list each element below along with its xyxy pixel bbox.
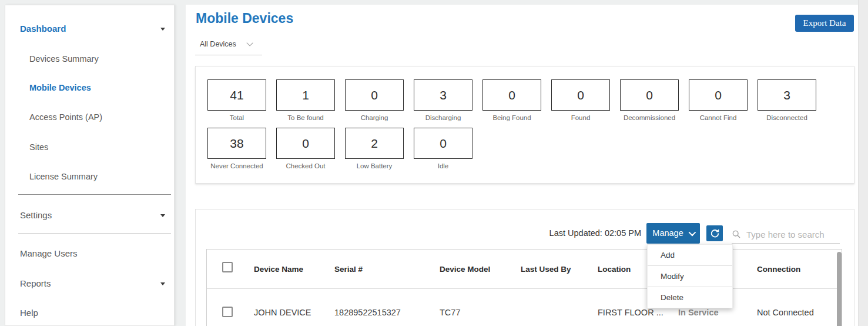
menu-item-modify[interactable]: Modify [648, 265, 732, 287]
stat-value: 0 [482, 79, 541, 111]
cell-device-model: TC77 [440, 308, 460, 317]
manage-dropdown-menu: Add Modify Delete [647, 244, 733, 308]
sidebar-item-help[interactable]: Help [5, 305, 174, 321]
sidebar-item-access-points[interactable]: Access Points (AP) [5, 109, 174, 125]
stat-value: 3 [758, 79, 816, 111]
sidebar-item-label: Sites [29, 142, 48, 152]
stat-value: 0 [414, 128, 472, 159]
stat-value: 1 [276, 79, 335, 111]
last-updated-text: Last Updated: 02:05 PM [549, 228, 641, 238]
sidebar-item-label: Mobile Devices [29, 83, 91, 92]
stat-value: 38 [207, 128, 266, 159]
sidebar-divider [18, 194, 171, 195]
table-scrollbar[interactable] [837, 252, 842, 326]
devices-table-panel: Last Updated: 02:05 PM Manage [195, 209, 854, 326]
stat-card-charging: 0 Charging [345, 79, 404, 121]
stat-value: 0 [551, 79, 610, 111]
cell-serial: 18289522515327 [334, 308, 401, 317]
sidebar-item-license-summary[interactable]: License Summary [5, 169, 174, 184]
stat-card-checked-out: 0 Checked Out [276, 128, 335, 169]
device-stats-panel: 41 Total 1 To Be found 0 Charging 3 Disc… [195, 66, 854, 184]
menu-item-delete[interactable]: Delete [648, 287, 732, 308]
caret-down-icon [160, 214, 165, 217]
stat-label: Being Found [482, 114, 541, 121]
stat-label: Cannot Find [689, 114, 748, 121]
caret-down-icon [160, 282, 165, 285]
search-box[interactable] [732, 229, 840, 244]
sidebar-item-label: Devices Summary [29, 54, 99, 64]
sidebar-item-settings[interactable]: Settings [5, 208, 174, 223]
stat-card-never-connected: 38 Never Connected [207, 128, 266, 169]
sidebar-item-label: Reports [20, 278, 51, 288]
sidebar-item-label: Manage Users [20, 248, 78, 258]
stat-card-cannot-find: 0 Cannot Find [689, 79, 748, 121]
stat-card-to-be-found: 1 To Be found [276, 79, 335, 121]
manage-button-label: Manage [652, 228, 683, 238]
page-scrollbar[interactable] [858, 0, 868, 326]
stat-value: 2 [345, 128, 404, 159]
stat-card-found: 0 Found [551, 79, 610, 121]
cell-location: FIRST FLOOR ... [598, 308, 663, 317]
select-all-checkbox[interactable] [222, 262, 233, 272]
sidebar-item-reports[interactable]: Reports [5, 276, 174, 291]
stat-label: Checked Out [276, 162, 335, 169]
cell-connection: Not Connected [757, 308, 814, 317]
stat-value: 0 [689, 79, 748, 111]
sidebar-item-label: Settings [20, 210, 52, 220]
chevron-down-icon [688, 228, 696, 236]
manage-button[interactable]: Manage [646, 223, 700, 244]
sidebar-item-manage-users[interactable]: Manage Users [5, 246, 174, 261]
column-header-connection[interactable]: Connection [757, 265, 800, 274]
search-input[interactable] [745, 229, 840, 240]
stat-card-low-battery: 2 Low Battery [345, 128, 404, 169]
stat-label: Discharging [414, 114, 472, 121]
column-header-device-name[interactable]: Device Name [254, 265, 303, 274]
column-header-device-model[interactable]: Device Model [440, 265, 490, 274]
table-row[interactable]: JOHN DEVICE 18289522515327 TC77 FIRST FL… [207, 289, 842, 326]
column-header-location[interactable]: Location [598, 265, 631, 274]
stat-label: To Be found [276, 114, 335, 121]
device-filter-dropdown[interactable]: All Devices [195, 36, 262, 55]
stat-card-decommissioned: 0 Decommissioned [620, 79, 679, 121]
table-header-row: Device Name Serial # Device Model Last U… [207, 250, 842, 289]
stat-value: 41 [207, 79, 266, 111]
sidebar-item-dashboard[interactable]: Dashboard [5, 21, 174, 36]
search-icon [732, 229, 741, 239]
stat-label: Low Battery [345, 162, 404, 169]
menu-item-add[interactable]: Add [648, 245, 732, 265]
sidebar-item-label: Help [20, 308, 38, 318]
devices-table: Device Name Serial # Device Model Last U… [206, 249, 842, 326]
stat-label: Total [207, 114, 266, 121]
stat-label: Charging [345, 114, 404, 121]
sidebar-item-label: License Summary [29, 172, 98, 181]
stat-card-disconnected: 3 Disconnected [758, 79, 816, 121]
sidebar-item-mobile-devices[interactable]: Mobile Devices [5, 80, 174, 95]
sidebar-item-sites[interactable]: Sites [5, 139, 174, 155]
export-data-button[interactable]: Export Data [795, 15, 854, 32]
stat-value: 0 [345, 79, 404, 111]
sidebar-item-devices-summary[interactable]: Devices Summary [5, 51, 174, 66]
caret-down-icon [160, 28, 165, 31]
cell-device-name: JOHN DEVICE [254, 308, 311, 317]
sidebar-item-label: Access Points (AP) [29, 112, 102, 122]
stat-label: Idle [414, 162, 472, 169]
stat-card-being-found: 0 Being Found [482, 79, 541, 121]
device-filter-label: All Devices [200, 40, 236, 48]
column-header-serial[interactable]: Serial # [334, 265, 363, 274]
cell-status: In Service [678, 308, 719, 317]
page-title: Mobile Devices [196, 11, 293, 26]
stat-card-discharging: 3 Discharging [414, 79, 472, 121]
sidebar: Dashboard Devices Summary Mobile Devices… [5, 5, 175, 326]
stat-label: Disconnected [758, 114, 816, 121]
refresh-button[interactable] [706, 225, 723, 241]
stat-label: Decommissioned [620, 114, 679, 121]
column-header-last-used-by[interactable]: Last Used By [521, 265, 571, 274]
row-checkbox[interactable] [222, 307, 233, 317]
refresh-icon [710, 228, 720, 238]
chevron-down-icon [247, 39, 253, 46]
stat-label: Never Connected [207, 162, 266, 169]
sidebar-item-label: Dashboard [20, 24, 66, 34]
main-panel: Mobile Devices All Devices Export Data 4… [186, 5, 858, 326]
stat-value: 0 [620, 79, 679, 111]
stat-card-total: 41 Total [207, 79, 266, 121]
